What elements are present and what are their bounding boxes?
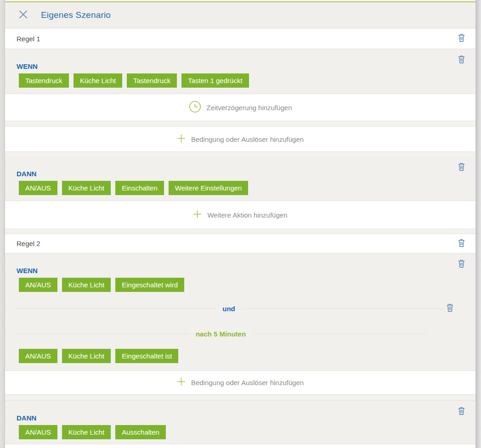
delete-wenn-2-button[interactable] xyxy=(458,259,465,269)
rule-1-dann-section: DANN AN/AUS Küche Licht Einschalten Weit… xyxy=(5,157,475,201)
trash-icon xyxy=(458,55,465,65)
spacer xyxy=(5,395,475,400)
bottom-row-partial xyxy=(5,444,475,448)
chip-event-detail[interactable]: Tasten 1 gedrückt xyxy=(181,73,249,88)
delete-wenn-1-button[interactable] xyxy=(458,55,465,65)
chip-trigger-type[interactable]: Tastendruck xyxy=(19,73,69,88)
and-connector-block: und xyxy=(14,302,443,315)
chip-condition-type[interactable]: AN/AUS xyxy=(19,349,57,363)
spacer xyxy=(5,121,475,126)
rule-2-name: Regel 2 xyxy=(17,240,40,247)
rule-2-header-row: Regel 2 xyxy=(5,234,475,253)
chip-action[interactable]: Ausschalten xyxy=(115,425,166,439)
header: Eigenes Szenario xyxy=(5,2,475,28)
wenn-label: WENN xyxy=(17,49,464,70)
scenario-editor-panel: Eigenes Szenario Regel 1 WENN Tastendruc… xyxy=(5,0,475,448)
dann-1-chips: AN/AUS Küche Licht Einschalten Weitere E… xyxy=(19,181,464,195)
divider-line xyxy=(242,308,443,309)
rule-1-header-row: Regel 1 xyxy=(5,28,475,49)
rule-1-name: Regel 1 xyxy=(17,35,40,43)
close-icon xyxy=(18,9,28,21)
plus-icon xyxy=(177,377,186,388)
chip-device[interactable]: Küche Licht xyxy=(62,425,111,439)
divider-line xyxy=(14,334,189,334)
wenn-label: WENN xyxy=(17,253,464,274)
rule-2-wenn-section: WENN AN/AUS Küche Licht Eingeschaltet wi… xyxy=(5,253,475,371)
add-condition-label: Bedingung oder Auslöser hinzufügen xyxy=(191,135,304,143)
chip-device[interactable]: Küche Licht xyxy=(62,349,111,363)
divider-line xyxy=(14,308,215,309)
add-time-delay-label: Zeitverzögerung hinzufügen xyxy=(207,104,292,112)
wenn-2-chips: AN/AUS Küche Licht Eingeschaltet wird xyxy=(19,278,464,292)
spacer xyxy=(5,229,475,234)
trash-icon xyxy=(458,34,465,44)
chip-action-type[interactable]: AN/AUS xyxy=(19,425,57,439)
delete-and-condition-button[interactable] xyxy=(446,303,454,314)
delete-dann-1-button[interactable] xyxy=(458,162,465,173)
chip-action[interactable]: Einschalten xyxy=(115,181,164,195)
dann-label: DANN xyxy=(17,401,464,422)
and-divider: und xyxy=(14,302,443,315)
close-button[interactable] xyxy=(18,9,28,21)
clock-icon xyxy=(189,101,201,115)
and-connector-label: und xyxy=(222,305,235,313)
add-action-label: Weitere Aktion hinzufügen xyxy=(207,211,287,219)
chip-state[interactable]: Eingeschaltet ist xyxy=(115,349,178,363)
trash-icon xyxy=(458,162,465,173)
wenn-2-chips-second: AN/AUS Küche Licht Eingeschaltet ist xyxy=(19,349,464,363)
add-action-row[interactable]: Weitere Aktion hinzufügen xyxy=(5,201,475,229)
divider-line xyxy=(253,334,427,334)
rule-1-wenn-section: WENN Tastendruck Küche Licht Tastendruck… xyxy=(5,49,475,94)
delete-dann-2-button[interactable] xyxy=(458,407,465,417)
spacer xyxy=(5,152,475,157)
chip-device[interactable]: Küche Licht xyxy=(74,73,122,88)
add-time-delay-row[interactable]: Zeitverzögerung hinzufügen xyxy=(5,94,475,121)
plus-icon xyxy=(177,134,186,145)
scrollbar[interactable] xyxy=(475,0,481,448)
rule-2-dann-section: DANN AN/AUS Küche Licht Ausschalten xyxy=(5,400,475,444)
time-condition-label: nach 5 Minuten xyxy=(196,330,246,338)
dann-label: DANN xyxy=(17,157,464,178)
plus-icon xyxy=(193,210,202,220)
trash-icon xyxy=(458,407,465,417)
wenn-1-chips: Tastendruck Küche Licht Tastendruck Tast… xyxy=(19,73,464,88)
delete-rule-1-button[interactable] xyxy=(458,34,465,44)
chip-event[interactable]: Tastendruck xyxy=(127,73,177,88)
delete-rule-2-button[interactable] xyxy=(458,239,465,249)
chip-action-settings[interactable]: Weitere Einstellungen xyxy=(169,181,249,195)
add-condition-row-1[interactable]: Bedingung oder Auslöser hinzufügen xyxy=(5,126,475,152)
chip-event[interactable]: Eingeschaltet wird xyxy=(115,278,184,292)
trash-icon xyxy=(458,259,465,269)
time-condition-divider: nach 5 Minuten xyxy=(14,327,427,341)
page-left-edge xyxy=(0,0,5,448)
trash-icon xyxy=(458,239,465,249)
add-condition-label: Bedingung oder Auslöser hinzufügen xyxy=(191,379,304,386)
trash-icon xyxy=(446,303,454,314)
chip-trigger-type[interactable]: AN/AUS xyxy=(19,278,57,292)
chip-device[interactable]: Küche Licht xyxy=(62,181,111,195)
page-title: Eigenes Szenario xyxy=(41,10,111,20)
add-condition-row-2[interactable]: Bedingung oder Auslöser hinzufügen xyxy=(5,371,475,395)
dann-2-chips: AN/AUS Küche Licht Ausschalten xyxy=(19,425,464,439)
chip-device[interactable]: Küche Licht xyxy=(62,278,111,292)
chip-action-type[interactable]: AN/AUS xyxy=(19,181,57,195)
